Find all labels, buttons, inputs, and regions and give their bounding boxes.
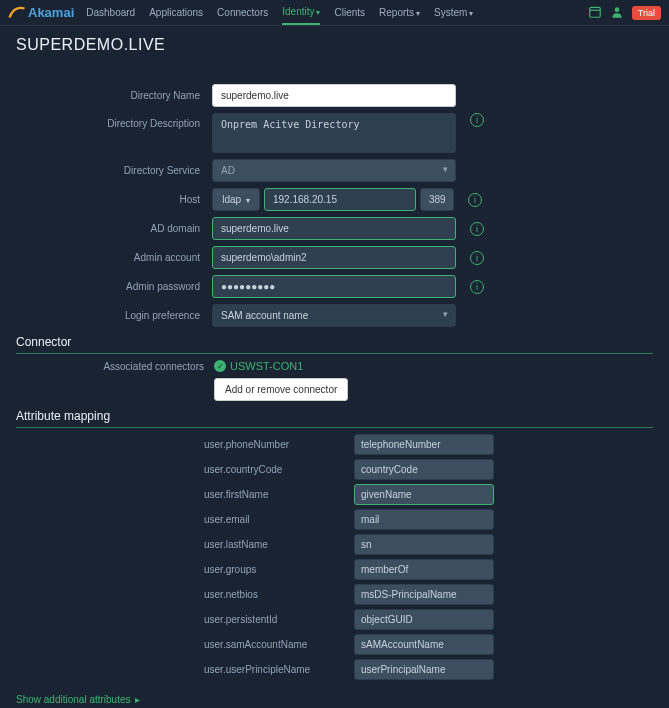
attribute-input[interactable] xyxy=(354,434,494,455)
info-icon[interactable]: i xyxy=(470,280,484,294)
user-icon[interactable] xyxy=(610,5,624,21)
connector-item: ✓ USWST-CON1 xyxy=(214,360,303,372)
nav-identity[interactable]: Identity▾ xyxy=(282,0,320,25)
nav-connectors[interactable]: Connectors xyxy=(217,1,268,24)
label-admin-account: Admin account xyxy=(16,252,204,263)
attribute-label: user.samAccountName xyxy=(16,639,336,650)
attribute-label: user.lastName xyxy=(16,539,336,550)
label-admin-password: Admin password xyxy=(16,281,204,292)
input-ad-domain[interactable] xyxy=(212,217,456,240)
info-icon[interactable]: i xyxy=(468,193,482,207)
attribute-label: user.countryCode xyxy=(16,464,336,475)
show-additional-attributes-link[interactable]: Show additional attributes▸ xyxy=(16,694,140,705)
main-nav: Dashboard Applications Connectors Identi… xyxy=(86,0,473,25)
attribute-label: user.persistentId xyxy=(16,614,336,625)
input-dir-service[interactable] xyxy=(212,159,456,182)
topbar-icons: Trial xyxy=(588,5,661,21)
input-admin-account[interactable] xyxy=(212,246,456,269)
label-assoc-conn: Associated connectors xyxy=(16,361,204,372)
calendar-icon[interactable] xyxy=(588,5,602,21)
attribute-row: user.groups xyxy=(16,559,653,580)
select-login-pref[interactable]: SAM account name xyxy=(212,304,456,327)
section-attr-mapping: Attribute mapping xyxy=(16,409,653,423)
label-login-pref: Login preference xyxy=(16,310,204,321)
host-port[interactable]: 389 xyxy=(420,188,454,211)
attribute-input[interactable] xyxy=(354,609,494,630)
info-icon[interactable]: i xyxy=(470,222,484,236)
attribute-input[interactable] xyxy=(354,634,494,655)
trial-badge[interactable]: Trial xyxy=(632,6,661,20)
page-title: SUPERDEMO.LIVE xyxy=(16,36,653,54)
svg-rect-0 xyxy=(590,7,601,17)
connector-name-text: USWST-CON1 xyxy=(230,360,303,372)
attribute-label: user.netbios xyxy=(16,589,336,600)
input-dir-name[interactable] xyxy=(212,84,456,107)
info-icon[interactable]: i xyxy=(470,113,484,127)
add-remove-connector-button[interactable]: Add or remove connector xyxy=(214,378,348,401)
swoosh-icon xyxy=(8,4,26,22)
attribute-input[interactable] xyxy=(354,584,494,605)
topbar: Akamai Dashboard Applications Connectors… xyxy=(0,0,669,26)
host-protocol-select[interactable]: ldap ▾ xyxy=(212,188,260,211)
attribute-list: user.phoneNumberuser.countryCodeuser.fir… xyxy=(16,434,653,680)
label-ad-domain: AD domain xyxy=(16,223,204,234)
attribute-row: user.userPrincipleName xyxy=(16,659,653,680)
attribute-label: user.email xyxy=(16,514,336,525)
label-dir-service: Directory Service xyxy=(16,165,204,176)
attribute-input[interactable] xyxy=(354,509,494,530)
label-dir-desc: Directory Description xyxy=(16,113,204,129)
attribute-row: user.lastName xyxy=(16,534,653,555)
attribute-row: user.phoneNumber xyxy=(16,434,653,455)
attribute-row: user.email xyxy=(16,509,653,530)
attribute-row: user.persistentId xyxy=(16,609,653,630)
input-host-addr[interactable] xyxy=(264,188,416,211)
attribute-row: user.netbios xyxy=(16,584,653,605)
label-host: Host xyxy=(16,194,204,205)
brand-logo[interactable]: Akamai xyxy=(8,4,80,22)
attribute-input[interactable] xyxy=(354,659,494,680)
attribute-row: user.countryCode xyxy=(16,459,653,480)
nav-clients[interactable]: Clients xyxy=(334,1,365,24)
nav-applications[interactable]: Applications xyxy=(149,1,203,24)
attribute-input[interactable] xyxy=(354,459,494,480)
input-dir-desc[interactable] xyxy=(212,113,456,153)
attribute-input[interactable] xyxy=(354,484,494,505)
attribute-row: user.samAccountName xyxy=(16,634,653,655)
nav-dashboard[interactable]: Dashboard xyxy=(86,1,135,24)
attribute-label: user.groups xyxy=(16,564,336,575)
svg-point-2 xyxy=(614,7,619,12)
attribute-input[interactable] xyxy=(354,534,494,555)
attribute-label: user.phoneNumber xyxy=(16,439,336,450)
brand-text: Akamai xyxy=(28,5,74,20)
label-dir-name: Directory Name xyxy=(16,90,204,101)
nav-reports[interactable]: Reports▾ xyxy=(379,1,420,24)
section-connector: Connector xyxy=(16,335,653,349)
input-admin-password[interactable] xyxy=(212,275,456,298)
info-icon[interactable]: i xyxy=(470,251,484,265)
attribute-row: user.firstName xyxy=(16,484,653,505)
check-icon: ✓ xyxy=(214,360,226,372)
attribute-label: user.userPrincipleName xyxy=(16,664,336,675)
attribute-label: user.firstName xyxy=(16,489,336,500)
attribute-input[interactable] xyxy=(354,559,494,580)
nav-system[interactable]: System▾ xyxy=(434,1,473,24)
